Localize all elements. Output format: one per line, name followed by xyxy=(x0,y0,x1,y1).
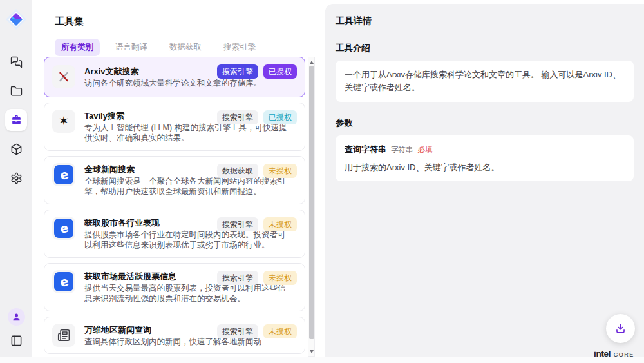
scrollbar-thumb[interactable] xyxy=(309,66,314,339)
tool-description: 提供股票市场各个行业在特定时间段内的表现。投资者可以利用这些信息来识别表现优于或… xyxy=(84,230,292,251)
download-icon xyxy=(614,322,627,335)
list-scrollbar[interactable] xyxy=(308,57,315,357)
tool-list-item[interactable]: ✶ e Arxiv文献搜索 访问各个研究领域大量科学论文和文章的存储库。 搜索引… xyxy=(44,57,305,97)
tab-data-fetch[interactable]: 数据获取 xyxy=(163,39,208,56)
intro-card: 一个用于从Arxiv存储库搜索科学论文和文章的工具。 输入可以是Arxiv ID… xyxy=(336,61,634,102)
param-type: 字符串 xyxy=(391,143,413,156)
sidebar-item-chat[interactable] xyxy=(5,51,27,73)
tool-list-item[interactable]: ✶ e Tavily搜索 专为人工智能代理 (LLM) 构建的搜索引擎工具，可快… xyxy=(44,103,305,151)
tool-badges: 数据获取 未授权 xyxy=(217,164,297,178)
scrollbar-down-arrow-icon[interactable] xyxy=(308,348,314,355)
category-badge: 搜索引擎 xyxy=(217,217,258,231)
app-window: 工具集 所有类别 语言翻译 数据获取 搜索引擎 ✶ e Arxiv文献搜索 访问… xyxy=(0,0,644,363)
page-title: 工具集 xyxy=(55,15,84,28)
tab-all-categories[interactable]: 所有类别 xyxy=(55,39,100,56)
category-tabs: 所有类别 语言翻译 数据获取 搜索引擎 xyxy=(55,39,262,56)
tool-description: 专为人工智能代理 (LLM) 构建的搜索引擎工具，可快速提供实时、准确和真实的结… xyxy=(84,123,292,144)
tool-list-item[interactable]: ✶ e 获取市场最活跃股票信息 提供当天交易量最高的股票列表，投资者可以利用这些… xyxy=(44,263,305,311)
auth-status-badge: 已授权 xyxy=(263,64,297,79)
tool-badges: 搜索引擎 未授权 xyxy=(217,324,297,338)
param-card: 查询字符串 字符串 必填 用于搜索的Arxiv ID、关键字或作者姓名。 xyxy=(336,135,634,181)
param-name: 查询字符串 xyxy=(345,143,386,156)
tool-description: 全球新闻搜索是一个聚合全球各大新闻网站内容的搜索引擎，帮助用户快速获取全球最新资… xyxy=(84,176,292,197)
app-logo xyxy=(4,7,28,32)
tool-badges: 搜索引擎 未授权 xyxy=(217,271,297,285)
download-button[interactable] xyxy=(606,314,635,343)
tab-search-engine[interactable]: 搜索引擎 xyxy=(217,39,262,56)
intro-text: 一个用于从Arxiv存储库搜索科学论文和文章的工具。 输入可以是Arxiv ID… xyxy=(345,70,621,92)
tool-icon: ✶ e xyxy=(52,324,75,347)
param-required-badge: 必填 xyxy=(418,143,433,156)
user-avatar[interactable] xyxy=(8,308,25,326)
category-badge: 数据获取 xyxy=(217,164,258,178)
diamond-logo-icon xyxy=(5,8,28,31)
tools-panel: 工具集 所有类别 语言翻译 数据获取 搜索引擎 ✶ e Arxiv文献搜索 访问… xyxy=(32,0,325,357)
tool-description: 提供当天交易量最高的股票列表，投资者可以利用这些信息来识别流动性强的股票和潜在的… xyxy=(84,283,292,304)
detail-title: 工具详情 xyxy=(336,15,634,27)
param-description: 用于搜索的Arxiv ID、关键字或作者姓名。 xyxy=(345,161,625,173)
panel-layout-icon xyxy=(10,335,23,347)
auth-status-badge: 未授权 xyxy=(263,271,297,285)
aggregator-e-icon: e xyxy=(54,272,73,291)
sidebar-item-packages[interactable] xyxy=(5,138,27,160)
auth-status-badge: 未授权 xyxy=(263,164,297,178)
user-icon xyxy=(12,312,21,322)
aggregator-e-icon: e xyxy=(54,165,73,184)
tool-list-item[interactable]: ✶ e 全球新闻搜索 全球新闻搜索是一个聚合全球各大新闻网站内容的搜索引擎，帮助… xyxy=(44,156,305,204)
sparkle-star-icon: ✶ xyxy=(59,115,69,127)
scrollbar-up-arrow-icon[interactable] xyxy=(308,58,314,66)
sidebar xyxy=(0,0,32,357)
tool-badges: 搜索引擎 未授权 xyxy=(217,217,297,231)
window-footer-strip xyxy=(0,357,644,363)
tool-detail-panel: 工具详情 工具介绍 一个用于从Arxiv存储库搜索科学论文和文章的工具。 输入可… xyxy=(325,4,644,357)
aggregator-e-icon: e xyxy=(54,219,73,238)
tool-list-item[interactable]: ✶ e 获取股市各行业表现 提供股票市场各个行业在特定时间段内的表现。投资者可以… xyxy=(44,210,305,258)
tool-badges: 搜索引擎 已授权 xyxy=(217,64,297,79)
newspaper-icon xyxy=(57,329,70,342)
tool-list: ✶ e Arxiv文献搜索 访问各个研究领域大量科学论文和文章的存储库。 搜索引… xyxy=(44,57,305,357)
arxiv-icon xyxy=(57,70,70,83)
tool-icon: ✶ e xyxy=(52,110,75,133)
category-badge: 搜索引擎 xyxy=(217,271,258,285)
tool-icon: ✶ e xyxy=(52,217,75,240)
sidebar-item-settings[interactable] xyxy=(5,167,27,189)
category-badge: 搜索引擎 xyxy=(217,324,258,338)
tool-icon: ✶ e xyxy=(52,270,75,293)
auth-status-badge: 未授权 xyxy=(263,217,297,231)
param-header-row: 查询字符串 字符串 必填 xyxy=(345,143,625,156)
tool-description: 访问各个研究领域大量科学论文和文章的存储库。 xyxy=(84,78,261,89)
tool-icon: ✶ e xyxy=(52,163,75,186)
sidebar-item-tools[interactable] xyxy=(5,109,27,131)
auth-status-badge: 未授权 xyxy=(263,324,297,338)
tool-icon: ✶ e xyxy=(52,65,75,88)
panel-toggle[interactable] xyxy=(7,331,25,349)
category-badge: 搜索引擎 xyxy=(217,110,258,124)
cube-icon xyxy=(10,143,23,155)
tool-badges: 搜索引擎 已授权 xyxy=(217,110,297,124)
params-heading: 参数 xyxy=(336,117,634,129)
chat-bubbles-icon xyxy=(10,56,23,68)
tab-language-translation[interactable]: 语言翻译 xyxy=(109,39,154,56)
gear-icon xyxy=(10,172,23,184)
intro-heading: 工具介绍 xyxy=(336,43,634,54)
sidebar-bottom xyxy=(7,308,25,349)
tool-list-item[interactable]: ✶ e 万维地区新闻查询 查询具体行政区划内的新闻，快速了解各地新闻动 搜索引擎… xyxy=(44,317,305,355)
sidebar-item-files[interactable] xyxy=(5,80,27,102)
category-badge: 搜索引擎 xyxy=(217,64,258,79)
sidebar-nav xyxy=(5,51,27,189)
folder-icon xyxy=(10,85,23,97)
toolbox-icon xyxy=(10,114,23,126)
auth-status-badge: 已授权 xyxy=(263,110,297,124)
